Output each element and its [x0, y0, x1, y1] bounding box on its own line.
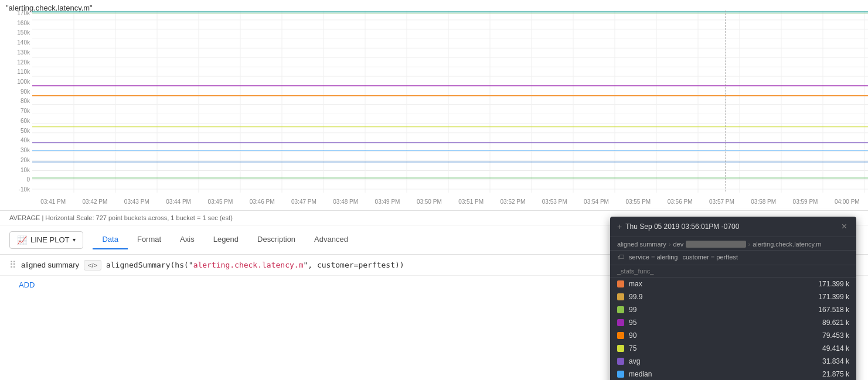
tooltip-close-button[interactable]: ×	[839, 221, 849, 232]
chart-type-label: LINE PLOT	[30, 235, 69, 244]
tooltip-row-99.9: 99.9 171.399 k	[610, 290, 856, 294]
chart-svg	[32, 11, 868, 193]
tab-description[interactable]: Description	[248, 230, 305, 249]
tab-legend[interactable]: Legend	[204, 230, 248, 249]
add-button[interactable]: ADD	[9, 276, 44, 294]
line-plot-icon: 📈	[17, 235, 27, 245]
tab-data[interactable]: Data	[93, 230, 127, 249]
x-axis: 03:41 PM 03:42 PM 03:43 PM 03:44 PM 03:4…	[32, 193, 868, 210]
tooltip-path: aligned summary › dev ████████ › alertin…	[610, 237, 856, 251]
tooltip-tags: 🏷 service = alerting customer = perftest	[610, 251, 856, 265]
code-toggle-button[interactable]: </>	[84, 260, 101, 271]
tooltip-header: + Thu Sep 05 2019 03:56:01PM -0700 ×	[610, 217, 856, 237]
tab-axis[interactable]: Axis	[171, 230, 204, 249]
y-axis: 170k 160k 150k 140k 130k 120k 110k 100k …	[0, 11, 32, 193]
color-swatch-99.9	[617, 293, 624, 294]
drag-handle[interactable]: ⠿	[9, 259, 16, 271]
tab-advanced[interactable]: Advanced	[305, 230, 358, 249]
tooltip-plus-icon[interactable]: +	[617, 222, 622, 231]
query-text: alignedSummary(hs("alerting.check.latenc…	[106, 261, 404, 269]
tooltip-row-max: max 171.399 k	[610, 278, 856, 290]
chart-type-button[interactable]: 📈 LINE PLOT ▾	[9, 231, 83, 249]
query-label: aligned summary	[21, 261, 79, 269]
tooltip-panel: + Thu Sep 05 2019 03:56:01PM -0700 × ali…	[610, 217, 856, 294]
chart-area: "alerting.check.latency.m" 170k 160k 150…	[0, 0, 868, 211]
tooltip-table-header: _stats_func_	[610, 265, 856, 278]
tooltip-timestamp: Thu Sep 05 2019 03:56:01PM -0700	[625, 222, 739, 231]
tag-icon: 🏷	[617, 253, 624, 261]
tab-format[interactable]: Format	[128, 230, 171, 249]
chevron-down-icon: ▾	[73, 237, 76, 243]
chart-canvas	[32, 11, 868, 193]
color-swatch-max	[617, 280, 624, 287]
tab-bar: Data Format Axis Legend Description Adva…	[93, 230, 357, 249]
